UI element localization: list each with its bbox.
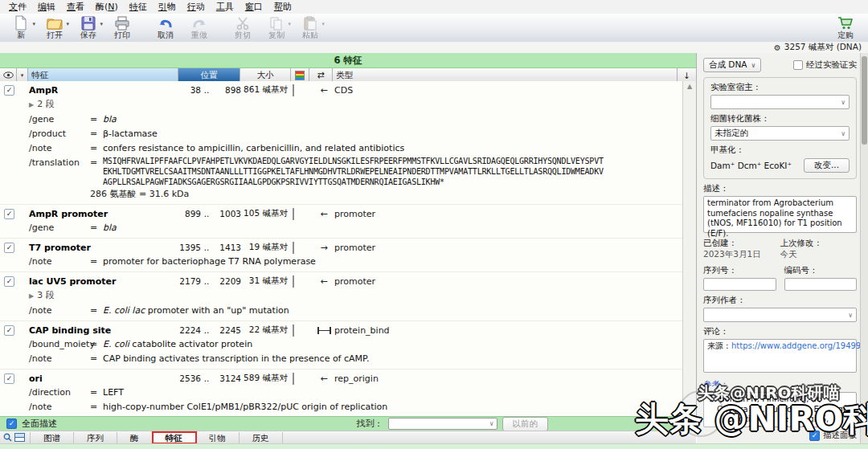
dropdown-caret-icon[interactable]: ▾ — [100, 21, 103, 27]
feature-row[interactable]: ✓T7 promoter1395..141319 碱基对→promoter — [0, 240, 683, 255]
molecule-type-dropdown[interactable]: 合成 DNA ∨ — [703, 58, 761, 72]
view-tabbar: 图谱序列酶特征引物历史 — [0, 431, 696, 443]
menu-item-5[interactable]: 引物 — [153, 1, 182, 13]
host-select[interactable]: ∨ — [710, 95, 850, 109]
feature-name[interactable]: CAP binding site — [29, 325, 178, 336]
menu-item-4[interactable]: 特征 — [124, 1, 153, 13]
feature-color-cell[interactable] — [293, 85, 313, 96]
feature-end: 2245 — [212, 325, 241, 335]
previous-button[interactable]: 以前的 — [502, 417, 549, 431]
feature-name[interactable]: T7 promoter — [29, 243, 178, 253]
feature-name[interactable]: ori — [29, 373, 178, 384]
full-description-checkbox[interactable]: ✓ — [6, 418, 17, 429]
source-link[interactable]: https://www.addgene.org/194997 — [731, 341, 866, 350]
save-icon — [81, 15, 96, 31]
feature-checkbox[interactable]: ✓ — [4, 276, 14, 287]
feature-segments[interactable]: ▶2 段 — [0, 97, 683, 112]
scroll-up-icon[interactable]: ▲ — [687, 83, 692, 90]
code-input[interactable] — [784, 278, 858, 291]
feature-block: ✓CAP binding site2224..224522 碱基对protein… — [0, 320, 683, 369]
feature-color-cell[interactable] — [293, 325, 313, 336]
menu-item-6[interactable]: 行动 — [182, 1, 211, 13]
menu-item-9[interactable]: 帮助 — [268, 1, 297, 13]
dropdown-caret-icon[interactable]: ▾ — [321, 21, 325, 27]
feature-row[interactable]: ✓CAP binding site2224..224522 碱基对protein… — [0, 323, 683, 337]
feature-direction-icon: ← — [313, 209, 334, 219]
spacer — [0, 187, 90, 202]
menu-item-7[interactable]: 工具 — [211, 1, 240, 13]
feature-end: 2209 — [212, 276, 241, 286]
feature-color-cell[interactable] — [293, 276, 313, 287]
comments-box[interactable]: 来源：https://www.addgene.org/194997 — [703, 339, 857, 373]
tab-历史[interactable]: 历史 — [240, 432, 283, 443]
tab-序列[interactable]: 序列 — [74, 432, 117, 443]
feature-color-cell[interactable] — [293, 373, 313, 384]
cut-label: 剪切 — [235, 31, 251, 39]
sort-button[interactable]: ↓ — [678, 68, 696, 82]
feature-checkbox[interactable]: ✓ — [4, 325, 14, 336]
feature-range-dots: .. — [201, 373, 212, 383]
column-header-feature[interactable]: 特征 — [28, 68, 178, 82]
column-header-position[interactable]: 位置 — [178, 68, 240, 82]
feature-segments[interactable]: ▶3 段 — [0, 288, 683, 304]
open-button[interactable]: 打开▾ — [39, 15, 71, 39]
tab-引物[interactable]: 引物 — [196, 432, 240, 443]
description-textbox[interactable]: terminator from Agrobacterium tumefacien… — [703, 196, 857, 233]
feature-row[interactable]: ✓ori2536..3124589 碱基对←rep_origin — [0, 371, 683, 386]
new-button[interactable]: 新▾ — [5, 15, 37, 39]
feature-start: 38 — [178, 85, 201, 95]
strain-select[interactable]: 未指定的∨ — [710, 126, 850, 141]
table-scrollbar[interactable]: ▲ ▼ — [682, 81, 696, 416]
magnifier-icon[interactable] — [3, 433, 12, 442]
menu-item-2[interactable]: 查看 — [61, 1, 90, 13]
sidebar-scrollbar-thumb[interactable] — [862, 56, 867, 145]
feature-color-cell[interactable] — [293, 209, 313, 219]
qualifier-value: LEFT — [103, 386, 683, 400]
feature-type: protein_bind — [334, 325, 683, 336]
feature-name[interactable]: AmpR promoter — [29, 209, 178, 219]
panel-layout-icon[interactable] — [14, 433, 25, 442]
undo-button[interactable]: 取消 — [149, 15, 182, 39]
feature-checkbox[interactable]: ✓ — [4, 243, 14, 253]
feature-block: ✓lac UV5 promoter2179..220931 碱基对←promot… — [0, 271, 683, 320]
dropdown-caret-icon[interactable]: ▾ — [288, 21, 291, 27]
visibility-column-header[interactable] — [0, 68, 17, 82]
feature-qualifier: /note=promoter for bacteriophage T7 RNA … — [0, 255, 683, 269]
column-header-color[interactable] — [291, 68, 309, 82]
column-header-direction[interactable]: ⇄ — [309, 68, 333, 82]
save-button[interactable]: 保存▾ — [72, 15, 104, 39]
column-header-size[interactable]: 大小 — [240, 68, 291, 82]
feature-name[interactable]: lac UV5 promoter — [29, 276, 178, 287]
feature-name[interactable]: AmpR — [29, 85, 178, 96]
print-button[interactable]: 打印 — [106, 15, 138, 39]
find-input[interactable]: ∨ — [388, 418, 497, 430]
host-label: 实验室宿主： — [710, 82, 850, 93]
order-button[interactable]: 定购 — [829, 15, 862, 39]
menu-item-1[interactable]: 编辑 — [32, 1, 61, 13]
print-label: 打印 — [114, 31, 130, 39]
feature-checkbox[interactable]: ✓ — [4, 209, 14, 219]
tab-特征[interactable]: 特征 — [153, 432, 196, 443]
menu-item-8[interactable]: 窗口 — [240, 1, 268, 13]
copy-label: 复制 — [268, 31, 285, 39]
column-header-type[interactable]: 类型 — [333, 68, 678, 82]
feature-row[interactable]: ✓AmpR promoter899..1003105 碱基对←promoter — [0, 206, 683, 221]
feature-checkbox[interactable]: ✓ — [4, 373, 14, 384]
feature-checkbox[interactable]: ✓ — [4, 85, 14, 96]
feature-row[interactable]: ✓lac UV5 promoter2179..220931 碱基对←promot… — [0, 274, 683, 288]
menu-item-0[interactable]: 文件 — [3, 1, 32, 13]
menu-item-3[interactable]: 酶(N) — [90, 1, 124, 13]
author-select[interactable]: ∨ — [703, 308, 857, 322]
sidebar-scrollbar[interactable] — [860, 53, 868, 443]
dropdown-caret-icon[interactable]: ▾ — [66, 21, 69, 27]
tab-图谱[interactable]: 图谱 — [30, 432, 74, 443]
change-methylation-button[interactable]: 改变... — [804, 158, 850, 173]
verified-checkbox[interactable] — [793, 60, 803, 70]
feature-row[interactable]: ✓AmpR38..898861 碱基对←CDS — [0, 83, 683, 97]
dropdown-caret-icon[interactable]: ▾ — [32, 21, 35, 27]
serial-input[interactable] — [703, 278, 776, 291]
color-stripes-icon — [295, 71, 305, 80]
tab-酶[interactable]: 酶 — [117, 432, 153, 443]
feature-color-cell[interactable] — [293, 243, 313, 253]
visibility-menu-caret[interactable]: ▾ — [17, 68, 28, 82]
